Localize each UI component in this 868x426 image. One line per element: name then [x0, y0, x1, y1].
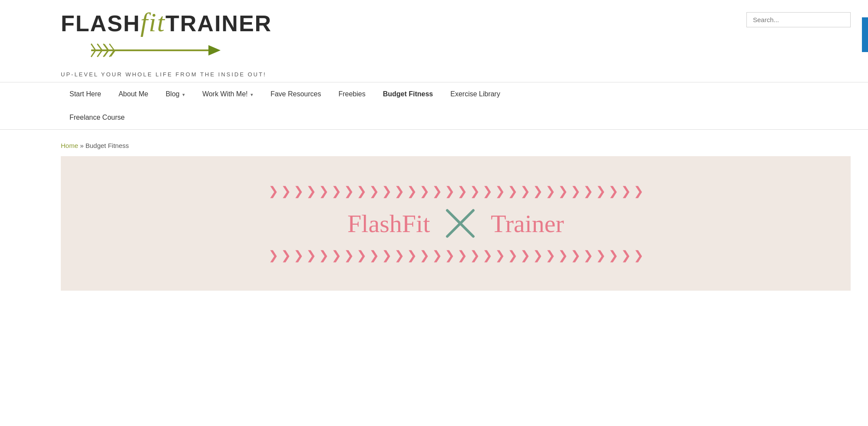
chevron: ❯ [596, 249, 606, 262]
chevron: ❯ [394, 249, 404, 262]
breadcrumb-current: Budget Fitness [86, 142, 129, 149]
breadcrumb-home[interactable]: Home [61, 142, 78, 149]
hero-brand: FlashFit Trainer [347, 206, 564, 241]
chevron-row-bottom: ❯ ❯ ❯ ❯ ❯ ❯ ❯ ❯ ❯ ❯ ❯ ❯ ❯ ❯ ❯ ❯ ❯ ❯ ❯ ❯ … [61, 249, 851, 262]
chevron: ❯ [369, 249, 379, 262]
chevron: ❯ [294, 185, 304, 197]
nav-budget-fitness[interactable]: Budget Fitness [374, 82, 442, 106]
chevron: ❯ [571, 185, 581, 197]
chevron: ❯ [482, 249, 492, 262]
chevron: ❯ [319, 249, 329, 262]
chevron: ❯ [419, 185, 429, 197]
search-input[interactable] [746, 12, 851, 27]
work-dropdown-arrow: ▾ [251, 92, 253, 97]
chevron: ❯ [306, 249, 316, 262]
chevron: ❯ [432, 249, 442, 262]
chevron: ❯ [344, 249, 354, 262]
chevron: ❯ [533, 185, 543, 197]
chevron: ❯ [394, 185, 404, 197]
nav-work-with-me[interactable]: Work With Me! ▾ [194, 82, 262, 106]
logo-flash: FLASH [61, 11, 140, 36]
chevron: ❯ [457, 249, 467, 262]
chevron: ❯ [432, 185, 442, 197]
hero-brand-left: FlashFit [347, 209, 430, 238]
chevron: ❯ [356, 249, 366, 262]
chevron: ❯ [583, 185, 593, 197]
chevron: ❯ [495, 249, 505, 262]
nav-row-2: Freelance Course [61, 106, 851, 129]
search-area [746, 12, 851, 27]
chevron: ❯ [457, 185, 467, 197]
chevron: ❯ [294, 249, 304, 262]
logo-area: FLASHfitTRAINER [61, 9, 272, 78]
chevron: ❯ [281, 185, 291, 197]
nav-start-here[interactable]: Start Here [61, 82, 110, 106]
chevron-row-top: ❯ ❯ ❯ ❯ ❯ ❯ ❯ ❯ ❯ ❯ ❯ ❯ ❯ ❯ ❯ ❯ ❯ ❯ ❯ ❯ … [61, 185, 851, 197]
chevron: ❯ [608, 185, 618, 197]
hero-banner: ❯ ❯ ❯ ❯ ❯ ❯ ❯ ❯ ❯ ❯ ❯ ❯ ❯ ❯ ❯ ❯ ❯ ❯ ❯ ❯ … [61, 156, 851, 291]
chevron: ❯ [482, 185, 492, 197]
chevron: ❯ [331, 249, 341, 262]
chevron: ❯ [508, 249, 518, 262]
chevron: ❯ [445, 249, 455, 262]
blog-dropdown-arrow: ▾ [182, 92, 185, 97]
chevron: ❯ [520, 185, 530, 197]
chevron: ❯ [508, 185, 518, 197]
nav-freelance-course[interactable]: Freelance Course [61, 106, 133, 129]
nav-fave-resources[interactable]: Fave Resources [262, 82, 330, 106]
chevron: ❯ [268, 185, 278, 197]
site-tagline: UP-LEVEL YOUR WHOLE LIFE FROM THE INSIDE… [61, 71, 272, 78]
site-header: FLASHfitTRAINER [0, 0, 868, 82]
chevron: ❯ [596, 185, 606, 197]
chevron: ❯ [306, 185, 316, 197]
chevron: ❯ [268, 249, 278, 262]
chevron: ❯ [281, 249, 291, 262]
chevron: ❯ [621, 249, 631, 262]
nav-about-me[interactable]: About Me [110, 82, 157, 106]
chevron: ❯ [470, 185, 480, 197]
chevron: ❯ [558, 249, 568, 262]
chevron: ❯ [634, 249, 644, 262]
logo-arrow [87, 37, 272, 65]
chevron: ❯ [407, 249, 417, 262]
svg-marker-1 [208, 45, 221, 56]
chevron: ❯ [520, 249, 530, 262]
chevron: ❯ [319, 185, 329, 197]
chevron: ❯ [545, 185, 555, 197]
chevron: ❯ [344, 185, 354, 197]
nav-exercise-library[interactable]: Exercise Library [442, 82, 509, 106]
hero-brand-x [443, 206, 478, 241]
chevron: ❯ [445, 185, 455, 197]
chevron: ❯ [419, 249, 429, 262]
nav-freebies[interactable]: Freebies [330, 82, 374, 106]
breadcrumb-separator: » [80, 142, 86, 149]
chevron: ❯ [558, 185, 568, 197]
sidebar-scroll-hint[interactable] [862, 17, 868, 52]
chevron: ❯ [533, 249, 543, 262]
chevron: ❯ [356, 185, 366, 197]
breadcrumb: Home » Budget Fitness [0, 130, 868, 156]
site-logo: FLASHfitTRAINER [61, 9, 272, 36]
nav-blog[interactable]: Blog ▾ [157, 82, 193, 106]
chevron: ❯ [407, 185, 417, 197]
chevron: ❯ [382, 185, 392, 197]
chevron: ❯ [621, 185, 631, 197]
nav-row-1: Start Here About Me Blog ▾ Work With Me!… [61, 82, 851, 106]
chevron: ❯ [369, 185, 379, 197]
chevron: ❯ [495, 185, 505, 197]
chevron: ❯ [382, 249, 392, 262]
chevron: ❯ [608, 249, 618, 262]
chevron: ❯ [583, 249, 593, 262]
chevron: ❯ [331, 185, 341, 197]
chevron: ❯ [545, 249, 555, 262]
logo-fit: fit [140, 7, 165, 37]
chevron: ❯ [470, 249, 480, 262]
main-nav: Start Here About Me Blog ▾ Work With Me!… [0, 82, 868, 130]
hero-brand-right: Trainer [491, 209, 564, 238]
logo-trainer: TRAINER [165, 11, 272, 36]
chevron: ❯ [571, 249, 581, 262]
chevron: ❯ [634, 185, 644, 197]
